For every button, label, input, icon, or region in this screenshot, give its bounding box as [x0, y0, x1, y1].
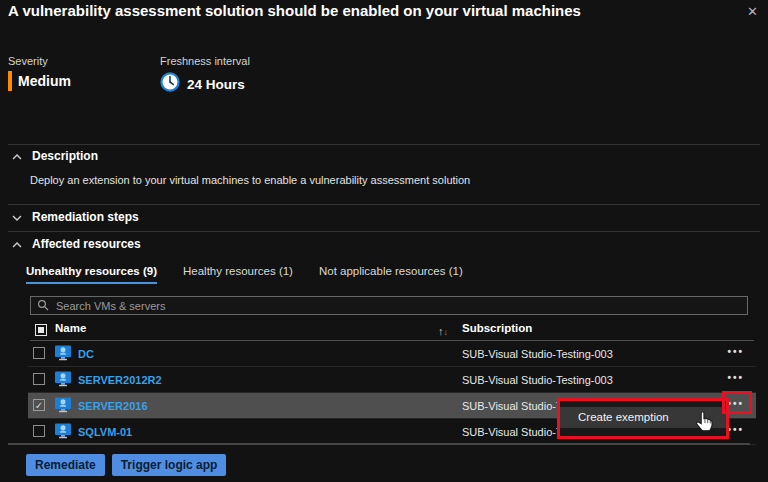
severity-medium-bar: [8, 71, 12, 91]
row-checkbox[interactable]: [33, 425, 45, 437]
divider: [8, 231, 760, 232]
section-description[interactable]: Description: [12, 149, 98, 163]
row-context-menu-button[interactable]: •••: [727, 372, 744, 383]
select-all-checkbox[interactable]: [35, 324, 47, 336]
divider: [8, 443, 750, 445]
section-affected-label: Affected resources: [32, 237, 141, 251]
severity-value: Medium: [18, 73, 71, 89]
search-box[interactable]: [30, 296, 748, 315]
sort-icon[interactable]: ↑↓: [438, 321, 448, 339]
tab-not-applicable-resources[interactable]: Not applicable resources (1): [319, 265, 463, 284]
divider: [8, 204, 760, 205]
row-context-menu-button[interactable]: •••: [727, 398, 744, 409]
resource-name-link[interactable]: SQLVM-01: [78, 426, 132, 438]
row-checkbox-checked[interactable]: ✓: [33, 399, 45, 411]
context-menu: Create exemption: [557, 398, 729, 439]
section-affected-resources[interactable]: Affected resources: [12, 237, 141, 251]
row-context-menu-button[interactable]: •••: [727, 346, 744, 357]
virtual-machine-icon: [54, 371, 72, 391]
table-row[interactable]: DC SUB-Visual Studio-Testing-003 •••: [28, 341, 756, 367]
section-remediation-steps[interactable]: Remediation steps: [12, 210, 139, 224]
freshness-block: Freshness interval 24 Hours: [160, 55, 250, 96]
virtual-machine-icon: [54, 345, 72, 365]
tab-healthy-resources[interactable]: Healthy resources (1): [183, 265, 293, 284]
trigger-logic-app-button[interactable]: Trigger logic app: [112, 454, 227, 476]
remediate-button[interactable]: Remediate: [26, 454, 105, 476]
resource-name-link[interactable]: SERVER2012R2: [78, 374, 162, 386]
column-header-subscription[interactable]: Subscription: [462, 322, 532, 334]
search-icon: [37, 297, 49, 315]
clock-icon: [160, 72, 180, 96]
row-checkbox[interactable]: [33, 373, 45, 385]
resource-tabs: Unhealthy resources (9) Healthy resource…: [26, 265, 463, 284]
menu-item-create-exemption[interactable]: Create exemption: [560, 407, 726, 428]
close-icon[interactable]: ✕: [747, 4, 758, 19]
resource-name-link[interactable]: DC: [78, 348, 94, 360]
row-subscription: SUB-Visual Studio-Testing-003: [462, 348, 613, 360]
virtual-machine-icon: [54, 423, 72, 443]
divider: [8, 144, 760, 145]
row-context-menu-button[interactable]: •••: [727, 424, 744, 435]
footer-actions: Remediate Trigger logic app: [26, 454, 226, 476]
section-description-label: Description: [32, 149, 98, 163]
section-remediation-label: Remediation steps: [32, 210, 139, 224]
table-row[interactable]: SERVER2012R2 SUB-Visual Studio-Testing-0…: [28, 367, 756, 393]
chevron-up-icon: [12, 149, 22, 163]
search-input[interactable]: [54, 299, 741, 313]
resource-name-link[interactable]: SERVER2016: [78, 400, 148, 412]
recommendation-panel: A vulnerability assessment solution shou…: [0, 0, 768, 482]
table-header: Name ↑↓ Subscription: [30, 318, 754, 341]
freshness-value: 24 Hours: [187, 77, 245, 92]
severity-label: Severity: [8, 55, 71, 67]
tab-unhealthy-resources[interactable]: Unhealthy resources (9): [26, 265, 157, 284]
freshness-label: Freshness interval: [160, 55, 250, 67]
severity-block: Severity Medium: [8, 55, 71, 91]
column-header-name[interactable]: Name: [55, 322, 86, 334]
row-subscription: SUB-Visual Studio-Testing-003: [462, 374, 613, 386]
chevron-down-icon: [12, 210, 22, 224]
virtual-machine-icon: [54, 397, 72, 417]
page-title: A vulnerability assessment solution shou…: [8, 2, 581, 19]
row-checkbox[interactable]: [33, 347, 45, 359]
description-text: Deploy an extension to your virtual mach…: [30, 174, 470, 186]
chevron-up-icon: [12, 237, 22, 251]
